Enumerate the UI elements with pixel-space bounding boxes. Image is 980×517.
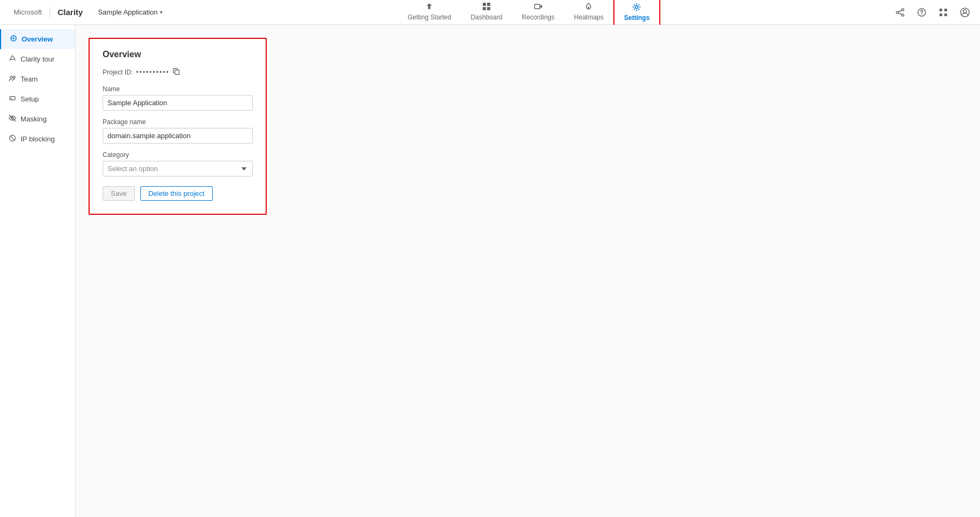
masking-label: Masking	[21, 115, 46, 123]
project-name: Sample Application	[98, 8, 158, 16]
apps-button[interactable]	[935, 4, 952, 21]
getting-started-icon	[425, 2, 434, 12]
tab-recordings[interactable]: Recordings	[512, 0, 564, 25]
setup-icon	[9, 94, 16, 104]
save-button[interactable]: Save	[103, 186, 135, 201]
brand-logo[interactable]: Microsoft Clarity	[6, 8, 83, 17]
category-select[interactable]: Select an option Business Education Ente…	[103, 161, 253, 176]
user-avatar[interactable]	[956, 4, 974, 21]
overview-card: Overview Project ID: •••••••••• Name Pac…	[89, 38, 267, 215]
delete-project-button[interactable]: Delete this project	[140, 186, 213, 201]
svg-rect-1	[487, 3, 490, 6]
sidebar: Overview Clarity tour Team	[0, 25, 76, 517]
topnav-right-icons	[891, 4, 974, 21]
category-group: Category Select an option Business Educa…	[103, 151, 253, 176]
settings-icon	[632, 3, 641, 13]
ip-blocking-label: IP blocking	[21, 135, 55, 143]
share-button[interactable]	[891, 4, 909, 21]
svg-line-9	[898, 10, 902, 12]
overview-icon	[10, 35, 17, 44]
sidebar-item-overview[interactable]: Overview	[0, 29, 75, 49]
svg-point-22	[13, 76, 15, 78]
nav-tabs: Getting Started Dashboard Recordings	[167, 0, 891, 26]
package-label: Package name	[103, 118, 253, 126]
sidebar-item-clarity-tour[interactable]: Clarity tour	[0, 49, 75, 69]
main-content: Overview Project ID: •••••••••• Name Pac…	[76, 25, 980, 517]
tab-dashboard-label: Dashboard	[471, 13, 503, 21]
name-input[interactable]	[103, 95, 253, 111]
ip-blocking-icon	[9, 134, 16, 144]
sidebar-item-setup[interactable]: Setup	[0, 89, 75, 109]
product-name: Clarity	[58, 8, 83, 17]
heatmaps-icon	[584, 2, 593, 12]
category-label: Category	[103, 151, 253, 159]
tab-heatmaps-label: Heatmaps	[574, 13, 604, 21]
svg-rect-3	[487, 7, 490, 10]
name-group: Name	[103, 85, 253, 111]
team-label: Team	[21, 75, 38, 83]
tab-heatmaps[interactable]: Heatmaps	[564, 0, 613, 25]
tab-recordings-label: Recordings	[522, 13, 555, 21]
svg-point-12	[921, 14, 922, 15]
copy-icon[interactable]	[173, 68, 180, 77]
top-navigation: Microsoft Clarity Sample Application ▾ G…	[0, 0, 980, 25]
recordings-icon	[534, 2, 543, 12]
setup-label: Setup	[21, 95, 39, 103]
microsoft-label: Microsoft	[13, 8, 42, 16]
masking-icon	[9, 114, 16, 124]
project-id-value: ••••••••••	[136, 69, 170, 76]
tab-getting-started[interactable]: Getting Started	[398, 0, 461, 25]
svg-point-18	[963, 10, 967, 13]
help-button[interactable]	[913, 4, 930, 21]
svg-rect-4	[535, 4, 540, 9]
svg-point-6	[902, 9, 904, 11]
svg-rect-14	[944, 9, 947, 11]
svg-rect-15	[940, 13, 942, 16]
svg-rect-16	[944, 13, 947, 16]
svg-rect-0	[483, 3, 486, 6]
tab-settings[interactable]: Settings	[613, 0, 660, 26]
dashboard-icon	[482, 2, 491, 12]
svg-line-27	[10, 136, 15, 140]
overview-title: Overview	[103, 50, 253, 59]
svg-point-8	[896, 11, 898, 13]
team-icon	[9, 74, 16, 84]
project-id-row: Project ID: ••••••••••	[103, 68, 253, 77]
main-layout: Overview Clarity tour Team	[0, 25, 980, 517]
overview-label: Overview	[22, 35, 53, 43]
svg-rect-13	[940, 9, 942, 11]
project-selector[interactable]: Sample Application ▾	[93, 6, 167, 18]
svg-point-7	[902, 14, 904, 16]
sidebar-item-masking[interactable]: Masking	[0, 109, 75, 129]
brand-divider	[50, 8, 50, 17]
chevron-down-icon: ▾	[160, 9, 163, 15]
package-group: Package name	[103, 118, 253, 144]
sidebar-item-ip-blocking[interactable]: IP blocking	[0, 129, 75, 149]
sidebar-item-team[interactable]: Team	[0, 69, 75, 89]
svg-point-5	[636, 6, 638, 9]
svg-rect-28	[175, 70, 179, 74]
svg-line-10	[898, 13, 902, 15]
tab-dashboard[interactable]: Dashboard	[461, 0, 512, 25]
button-row: Save Delete this project	[103, 186, 253, 201]
package-input[interactable]	[103, 128, 253, 144]
microsoft-logo	[6, 12, 7, 12]
svg-rect-2	[483, 7, 486, 10]
name-label: Name	[103, 85, 253, 93]
svg-point-21	[10, 76, 12, 78]
tab-settings-label: Settings	[624, 14, 650, 22]
project-id-label: Project ID:	[103, 69, 133, 76]
clarity-tour-label: Clarity tour	[21, 55, 55, 63]
tab-getting-started-label: Getting Started	[408, 13, 451, 21]
clarity-tour-icon	[9, 55, 16, 64]
